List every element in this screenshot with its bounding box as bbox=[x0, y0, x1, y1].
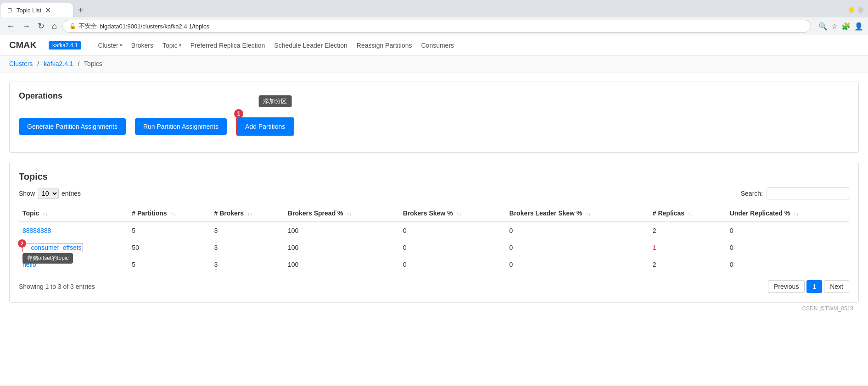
new-tab-button[interactable]: + bbox=[73, 5, 88, 16]
breadcrumb-cluster-name[interactable]: kafka2.4.1 bbox=[44, 60, 73, 67]
partitions-cell: 5 bbox=[128, 222, 210, 239]
brokers_spread-cell: 100 bbox=[284, 256, 399, 273]
reload-button[interactable]: ↻ bbox=[36, 20, 46, 32]
star-button[interactable]: ☆ bbox=[831, 22, 838, 31]
col-under-replicated: Under Replicated % ↑↓ bbox=[726, 205, 849, 222]
topic-cell: 2存储offset的topic__consumer_offsets bbox=[19, 239, 128, 256]
next-button[interactable]: Next bbox=[824, 280, 849, 293]
maximize-button[interactable] bbox=[858, 7, 863, 13]
add-partitions-container: 1 添加分区 Add Partitions bbox=[236, 117, 294, 136]
replicas-cell: 2 bbox=[649, 222, 726, 239]
sort-icon-partitions[interactable]: ↑↓ bbox=[170, 211, 175, 216]
tab-title: Topic List bbox=[17, 7, 41, 14]
brokers-cell: 3 bbox=[211, 256, 284, 273]
replicas-cell: 2 bbox=[649, 256, 726, 273]
topics-title: Topics bbox=[19, 171, 849, 182]
tab-close-button[interactable]: ✕ bbox=[45, 6, 51, 15]
col-brokers-spread: Brokers Spread % ↑↓ bbox=[284, 205, 399, 222]
watermark: CSDN @TWM_0518 bbox=[9, 303, 859, 314]
under_replicated-cell: 0 bbox=[726, 239, 849, 256]
sort-icon-under-replicated[interactable]: ↑↓ bbox=[794, 211, 799, 216]
sort-icon-replicas[interactable]: ↑↓ bbox=[688, 211, 693, 216]
sort-icon-brokers[interactable]: ↑↓ bbox=[247, 211, 252, 216]
add-partitions-badge: 1 bbox=[234, 109, 243, 118]
add-partitions-button[interactable]: Add Partitions bbox=[236, 117, 294, 136]
show-label: Show bbox=[19, 190, 35, 197]
pagination: Previous 1 Next bbox=[768, 280, 849, 293]
col-brokers-leader-skew: Brokers Leader Skew % ↑↓ bbox=[506, 205, 649, 222]
cluster-badge[interactable]: kafka2.4.1 bbox=[49, 41, 81, 50]
nav-preferred-replica[interactable]: Preferred Replica Election bbox=[190, 42, 265, 49]
add-partitions-tooltip: 添加分区 bbox=[258, 95, 291, 107]
page-1-button[interactable]: 1 bbox=[806, 280, 822, 293]
security-label: 不安全 bbox=[79, 22, 97, 30]
sort-icon-leader-skew[interactable]: ↑↓ bbox=[586, 211, 591, 216]
table-controls: Show 10 25 50 entries Search: bbox=[19, 187, 849, 199]
entries-label: entries bbox=[62, 190, 81, 197]
nav-topic[interactable]: Topic ▾ bbox=[162, 42, 181, 49]
brokers_skew-cell: 0 bbox=[399, 256, 506, 273]
window-controls bbox=[849, 7, 868, 13]
nav-reassign-partitions[interactable]: Reassign Partitions bbox=[357, 42, 412, 49]
generate-partition-assignments-button[interactable]: Generate Partition Assignments bbox=[19, 118, 126, 135]
row-tooltip-container: 2存储offset的topic__consumer_offsets bbox=[22, 244, 83, 251]
col-partitions: # Partitions ↑↓ bbox=[128, 205, 210, 222]
replicas-cell: 1 bbox=[649, 239, 726, 256]
topics-table: Topic ↑↓ # Partitions ↑↓ # Brokers ↑↓ bbox=[19, 205, 849, 273]
security-icon: 🔓 bbox=[69, 23, 76, 29]
col-brokers-skew: Brokers Skew % ↑↓ bbox=[399, 205, 506, 222]
table-row: hello531000020 bbox=[19, 256, 849, 273]
sort-icon-topic[interactable]: ↑↓ bbox=[43, 211, 48, 216]
nav-consumers[interactable]: Consumers bbox=[421, 42, 454, 49]
tab-favicon: 🗒 bbox=[7, 7, 13, 14]
brokers_spread-cell: 100 bbox=[284, 239, 399, 256]
home-button[interactable]: ⌂ bbox=[50, 21, 59, 32]
breadcrumb-clusters[interactable]: Clusters bbox=[9, 60, 33, 67]
operations-section: Operations Generate Partition Assignment… bbox=[9, 82, 859, 153]
previous-button[interactable]: Previous bbox=[768, 280, 805, 293]
search-label: Search: bbox=[741, 190, 763, 197]
minimize-button[interactable] bbox=[849, 7, 854, 13]
nav-schedule-leader[interactable]: Schedule Leader Election bbox=[274, 42, 347, 49]
topics-section: Topics Show 10 25 50 entries Search: bbox=[9, 162, 859, 303]
app: CMAK kafka2.4.1 Cluster ▾ Brokers Topic … bbox=[0, 35, 868, 385]
brand-name: CMAK bbox=[9, 40, 37, 50]
show-entries: Show 10 25 50 entries bbox=[19, 188, 81, 199]
partitions-cell: 50 bbox=[128, 239, 210, 256]
chevron-down-icon: ▾ bbox=[120, 43, 122, 48]
brokers-cell: 3 bbox=[211, 222, 284, 239]
zoom-button[interactable]: 🔍 bbox=[818, 22, 828, 31]
topic-link[interactable]: __consumer_offsets bbox=[22, 243, 83, 252]
brokers_leader_skew-cell: 0 bbox=[506, 239, 649, 256]
showing-text: Showing 1 to 3 of 3 entries bbox=[19, 283, 95, 290]
search-input[interactable] bbox=[767, 187, 849, 199]
topic-link[interactable]: 88888888 bbox=[22, 227, 51, 234]
brokers-cell: 3 bbox=[211, 239, 284, 256]
sort-icon-brokers-skew[interactable]: ↑↓ bbox=[456, 211, 461, 216]
brokers_spread-cell: 100 bbox=[284, 222, 399, 239]
table-row: 2存储offset的topic__consumer_offsets5031000… bbox=[19, 239, 849, 256]
entries-select[interactable]: 10 25 50 bbox=[38, 188, 59, 199]
pagination-bar: Showing 1 to 3 of 3 entries Previous 1 N… bbox=[19, 280, 849, 293]
toolbar-icons: 🔍 ☆ 🧩 👤 bbox=[818, 22, 863, 31]
sort-icon-brokers-spread[interactable]: ↑↓ bbox=[347, 211, 352, 216]
url-text: bigdata01:9001/clusters/kafka2.4.1/topic… bbox=[100, 23, 209, 30]
brokers_skew-cell: 0 bbox=[399, 222, 506, 239]
main-content: Operations Generate Partition Assignment… bbox=[0, 72, 868, 324]
operations-row: Generate Partition Assignments Run Parti… bbox=[19, 110, 849, 143]
profile-button[interactable]: 👤 bbox=[854, 22, 863, 31]
extension-button[interactable]: 🧩 bbox=[841, 22, 851, 31]
nav-brokers[interactable]: Brokers bbox=[131, 42, 153, 49]
nav-cluster[interactable]: Cluster ▾ bbox=[98, 42, 122, 49]
table-header-row: Topic ↑↓ # Partitions ↑↓ # Brokers ↑↓ bbox=[19, 205, 849, 222]
run-partition-assignments-button[interactable]: Run Partition Assignments bbox=[135, 118, 227, 135]
under_replicated-cell: 0 bbox=[726, 256, 849, 273]
row-tooltip: 存储offset的topic bbox=[22, 253, 73, 264]
url-bar[interactable]: 🔓 不安全 bigdata01:9001/clusters/kafka2.4.1… bbox=[62, 20, 811, 33]
brokers_skew-cell: 0 bbox=[399, 239, 506, 256]
browser-chrome: 🗒 Topic List ✕ + ← → ↻ ⌂ 🔓 不安全 bigdata01… bbox=[0, 0, 868, 35]
col-brokers: # Brokers ↑↓ bbox=[211, 205, 284, 222]
back-button[interactable]: ← bbox=[5, 21, 17, 32]
tab-bar: 🗒 Topic List ✕ + bbox=[0, 0, 868, 17]
forward-button[interactable]: → bbox=[20, 21, 32, 32]
